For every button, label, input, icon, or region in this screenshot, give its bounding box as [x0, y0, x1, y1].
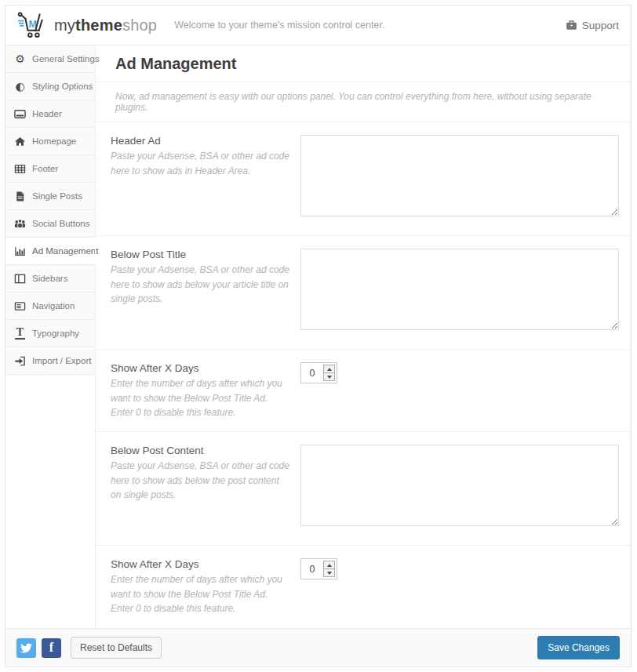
sidebar-item-label: Navigation	[32, 301, 75, 311]
brand-name: mythemeshop	[54, 16, 157, 35]
field-description: Paste your Adsense, BSA or other ad code…	[111, 149, 291, 178]
cart-logo-icon: M	[17, 10, 49, 40]
brand-logo: M mythemeshop	[17, 10, 157, 40]
chevron-down-icon	[327, 376, 332, 379]
field-label: Show After X Days	[111, 558, 291, 570]
sidebar-nav: ⚙ General Settings ◐ Styling Options Hea…	[5, 45, 96, 628]
sidebar-item-label: Sidebars	[32, 274, 67, 283]
sidebar-item-label: Homepage	[32, 136, 76, 146]
nav-list-icon	[13, 300, 27, 312]
chevron-down-icon	[327, 572, 332, 575]
field-label-block: Header Ad Paste your Adsense, BSA or oth…	[111, 135, 300, 223]
twitter-icon[interactable]	[16, 638, 36, 658]
below-post-title-textarea[interactable]	[300, 249, 619, 330]
sidebar-item-social-buttons[interactable]: Social Buttons	[5, 210, 95, 238]
briefcase-icon	[566, 20, 577, 31]
field-label-block: Below Post Title Paste your Adsense, BSA…	[111, 249, 300, 336]
body-wrap: ⚙ General Settings ◐ Styling Options Hea…	[5, 45, 631, 628]
below-post-content-textarea[interactable]	[300, 445, 619, 526]
field-row-below-post-content: Below Post Content Paste your Adsense, B…	[96, 432, 631, 546]
file-icon	[13, 191, 27, 202]
sidebar-item-sidebars[interactable]: Sidebars	[5, 265, 95, 292]
field-row-show-after-x-days-2: Show After X Days Enter the number of da…	[96, 546, 631, 628]
sidebar-item-header[interactable]: Header	[5, 100, 95, 128]
sidebar-item-import-export[interactable]: Import / Export	[5, 347, 95, 375]
sidebar-item-label: Single Posts	[32, 191, 82, 201]
page-description: Now, ad management is easy with our opti…	[96, 82, 631, 122]
main-content: Ad Management Now, ad management is easy…	[96, 45, 631, 628]
field-label-block: Below Post Content Paste your Adsense, B…	[111, 445, 300, 532]
sidebar-item-typography[interactable]: T Typography	[5, 320, 95, 347]
number-value: 0	[301, 363, 323, 383]
spinner-down-button[interactable]	[324, 569, 334, 576]
welcome-message: Welcome to your theme's mission control …	[174, 20, 566, 31]
home-icon	[13, 136, 27, 147]
field-label: Below Post Content	[111, 445, 291, 456]
header-ad-textarea[interactable]	[300, 135, 619, 216]
show-after-days-input-2[interactable]: 0	[300, 558, 337, 579]
field-label: Below Post Title	[111, 249, 291, 260]
number-value: 0	[301, 559, 323, 579]
header-panel-icon	[13, 108, 27, 120]
sidebar-item-label: Ad Management	[32, 246, 98, 256]
field-label-block: Show After X Days Enter the number of da…	[111, 362, 300, 419]
field-label: Header Ad	[111, 135, 291, 147]
contrast-icon: ◐	[13, 81, 27, 92]
sidebar-item-homepage[interactable]: Homepage	[5, 128, 95, 155]
spinner-up-button[interactable]	[324, 365, 334, 373]
spinner-down-button[interactable]	[324, 373, 334, 380]
field-description: Paste your Adsense, BSA or other ad code…	[111, 459, 291, 503]
sidebar-item-label: Header	[32, 109, 62, 118]
sign-in-icon	[13, 355, 27, 367]
sidebar-item-single-posts[interactable]: Single Posts	[5, 183, 95, 210]
support-label: Support	[582, 20, 619, 31]
users-icon	[13, 218, 27, 230]
field-row-below-post-title: Below Post Title Paste your Adsense, BSA…	[96, 236, 631, 350]
columns-icon	[13, 273, 27, 285]
gears-icon: ⚙	[13, 53, 27, 64]
number-spinner	[323, 561, 335, 577]
options-panel: M mythemeshop Welcome to your theme's mi…	[5, 5, 632, 667]
sidebar-item-navigation[interactable]: Navigation	[5, 292, 95, 320]
sidebar-item-label: Import / Export	[32, 356, 91, 365]
page-title: Ad Management	[96, 45, 631, 82]
field-description: Paste your Adsense, BSA or other ad code…	[111, 263, 291, 307]
number-spinner	[323, 365, 335, 381]
sidebar-item-styling-options[interactable]: ◐ Styling Options	[5, 73, 95, 100]
sidebar-item-footer[interactable]: Footer	[5, 155, 95, 183]
field-row-show-after-x-days-1: Show After X Days Enter the number of da…	[96, 350, 631, 432]
sidebar-item-label: Styling Options	[32, 82, 93, 91]
spinner-up-button[interactable]	[324, 561, 334, 569]
text-icon: T	[13, 327, 27, 340]
sidebar-item-label: Footer	[32, 164, 58, 173]
sidebar-item-label: Typography	[32, 329, 79, 338]
reset-to-defaults-button[interactable]: Reset to Defaults	[71, 637, 162, 659]
support-button[interactable]: Support	[566, 20, 619, 31]
field-label: Show After X Days	[111, 362, 291, 374]
field-row-header-ad: Header Ad Paste your Adsense, BSA or oth…	[96, 122, 631, 236]
sidebar-item-general-settings[interactable]: ⚙ General Settings	[5, 45, 95, 73]
sidebar-item-ad-management[interactable]: Ad Management	[5, 238, 95, 265]
field-description: Enter the number of days after which you…	[111, 376, 291, 420]
field-description: Enter the number of days after which you…	[111, 572, 291, 616]
sidebar-item-label: Social Buttons	[32, 219, 90, 228]
field-label-block: Show After X Days Enter the number of da…	[111, 558, 300, 616]
chevron-up-icon	[327, 368, 332, 371]
facebook-icon[interactable]: f	[42, 638, 61, 658]
bar-chart-icon	[13, 245, 27, 257]
save-changes-button[interactable]: Save Changes	[537, 636, 620, 659]
top-bar: M mythemeshop Welcome to your theme's mi…	[5, 5, 631, 45]
sidebar-item-label: General Settings	[32, 54, 100, 64]
chevron-up-icon	[327, 564, 332, 567]
footer-bar: f Reset to Defaults Save Changes	[5, 628, 631, 667]
table-icon	[13, 163, 27, 175]
show-after-days-input-1[interactable]: 0	[300, 362, 337, 383]
